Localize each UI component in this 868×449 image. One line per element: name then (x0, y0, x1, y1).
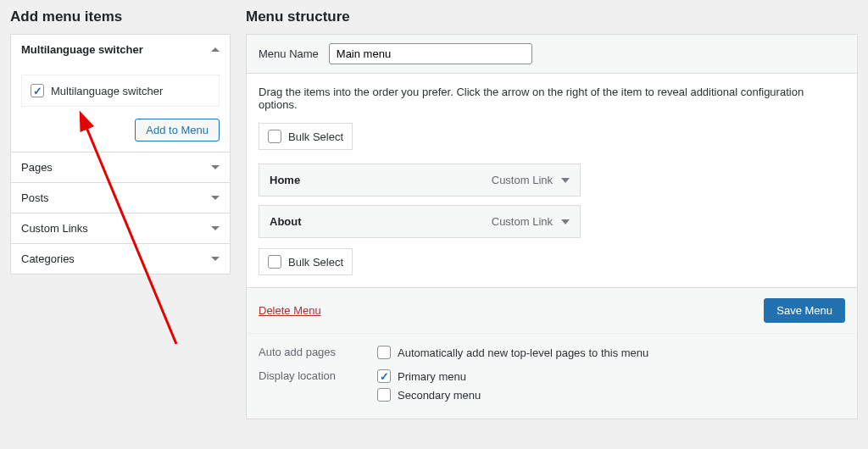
option-label: Secondary menu (398, 389, 481, 402)
bulk-select-bottom[interactable]: Bulk Select (259, 248, 353, 275)
display-location-secondary[interactable]: Secondary menu (377, 388, 481, 402)
menu-item-about[interactable]: About Custom Link (259, 205, 581, 238)
menu-items-list: Home Custom Link About Custom Link (259, 164, 581, 238)
add-menu-items-heading: Add menu items (10, 8, 231, 25)
checkbox-icon[interactable] (377, 369, 391, 383)
checkbox-icon[interactable] (31, 84, 44, 97)
accordion-title: Multilanguage switcher (21, 43, 143, 56)
checkbox-icon[interactable] (377, 388, 391, 402)
checkbox-icon[interactable] (268, 130, 281, 143)
menu-editor: Menu Name Drag the items into the order … (246, 34, 858, 419)
bulk-select-top[interactable]: Bulk Select (259, 123, 353, 150)
accordion-body: Multilanguage switcher Add to Menu (11, 64, 230, 152)
accordion-title: Posts (21, 191, 49, 204)
menu-item-type: Custom Link (492, 215, 553, 228)
auto-add-pages-label: Auto add pages (259, 346, 377, 359)
add-to-menu-button[interactable]: Add to Menu (135, 119, 220, 141)
accordion-title: Custom Links (21, 222, 88, 235)
accordion-header-pages[interactable]: Pages (11, 152, 230, 182)
multilanguage-switcher-option[interactable]: Multilanguage switcher (21, 75, 220, 107)
accordion-title: Pages (21, 161, 53, 174)
menu-item-type: Custom Link (492, 174, 553, 186)
bulk-select-label: Bulk Select (288, 256, 343, 269)
accordion-header-posts[interactable]: Posts (11, 183, 230, 213)
accordion-header-categories[interactable]: Categories (11, 244, 230, 274)
chevron-down-icon (211, 226, 220, 230)
checkbox-label: Multilanguage switcher (51, 85, 163, 97)
menu-name-input[interactable] (329, 43, 532, 64)
checkbox-icon[interactable] (268, 255, 281, 269)
menu-name-label: Menu Name (259, 47, 319, 60)
menu-item-title: Home (270, 174, 300, 186)
delete-menu-link[interactable]: Delete Menu (259, 304, 321, 317)
chevron-down-icon[interactable] (561, 219, 570, 224)
checkbox-icon[interactable] (377, 346, 391, 359)
display-location-label: Display location (259, 369, 377, 402)
accordion-header-multilanguage[interactable]: Multilanguage switcher (11, 35, 230, 64)
auto-add-pages-option[interactable]: Automatically add new top-level pages to… (377, 346, 648, 359)
menu-item-title: About (270, 215, 302, 228)
menu-item-home[interactable]: Home Custom Link (259, 164, 581, 197)
chevron-down-icon[interactable] (561, 178, 570, 183)
option-label: Primary menu (398, 370, 466, 383)
option-label: Automatically add new top-level pages to… (398, 346, 648, 359)
bulk-select-label: Bulk Select (288, 130, 343, 143)
accordion-header-custom-links[interactable]: Custom Links (11, 213, 230, 243)
display-location-primary[interactable]: Primary menu (377, 369, 481, 383)
accordion-title: Categories (21, 252, 75, 265)
save-menu-button[interactable]: Save Menu (764, 298, 845, 323)
menu-structure-heading: Menu structure (246, 8, 858, 25)
chevron-down-icon (211, 257, 220, 261)
instructions-text: Drag the items into the order you prefer… (259, 86, 845, 111)
chevron-up-icon (211, 47, 220, 52)
chevron-down-icon (211, 165, 220, 169)
accordion: Multilanguage switcher Multilanguage swi… (10, 34, 231, 274)
chevron-down-icon (211, 196, 220, 200)
